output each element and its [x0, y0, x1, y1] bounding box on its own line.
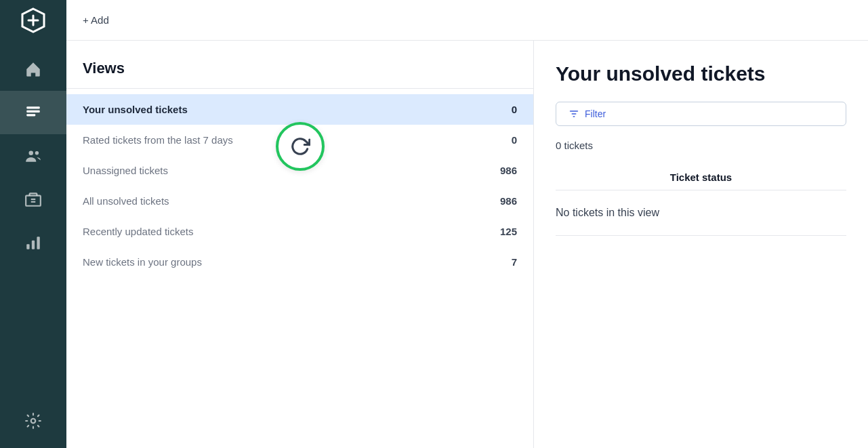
view-item-count: 986 — [500, 165, 517, 176]
view-item-label: All unsolved tickets — [83, 195, 500, 207]
view-item[interactable]: All unsolved tickets986 — [66, 186, 533, 216]
svg-rect-3 — [26, 106, 40, 108]
reports-icon — [24, 234, 42, 251]
view-item-count: 125 — [500, 226, 517, 237]
tickets-panel-title: Your unsolved tickets — [556, 62, 846, 85]
view-item-count: 0 — [512, 134, 517, 146]
svg-rect-13 — [37, 237, 39, 249]
sidebar-item-tickets[interactable] — [0, 91, 66, 134]
filter-button-label: Filter — [585, 108, 606, 119]
view-item-count: 986 — [500, 195, 517, 207]
sidebar — [0, 0, 66, 448]
add-button-label: + Add — [83, 14, 109, 26]
views-title: Views — [83, 60, 125, 77]
filter-button[interactable]: Filter — [556, 102, 846, 126]
svg-rect-5 — [26, 114, 35, 116]
svg-point-14 — [31, 419, 36, 424]
home-icon — [24, 60, 42, 78]
view-item[interactable]: Recently updated tickets125 — [66, 216, 533, 247]
tickets-panel: Your unsolved tickets Filter 0 tickets T… — [534, 41, 868, 448]
views-divider — [66, 88, 533, 89]
settings-icon — [24, 412, 42, 430]
view-item-label: New tickets in your groups — [83, 256, 512, 268]
main-content: + Add Views Your unsolved tickets0Rated … — [66, 0, 868, 448]
app-logo[interactable] — [0, 0, 66, 41]
content-area: Views Your unsolved tickets0Rated ticket… — [66, 41, 868, 448]
view-item-count: 0 — [512, 104, 517, 115]
filter-icon — [569, 108, 579, 119]
sidebar-item-settings[interactable] — [0, 405, 66, 448]
view-item-label: Your unsolved tickets — [83, 104, 512, 115]
add-button[interactable]: + Add — [83, 14, 109, 26]
svg-point-6 — [29, 150, 34, 155]
tickets-icon — [24, 104, 42, 121]
ticket-status-header: Ticket status — [556, 165, 846, 190]
customers-icon — [24, 147, 42, 165]
views-panel: Views Your unsolved tickets0Rated ticket… — [66, 41, 534, 448]
organizations-icon — [24, 190, 42, 208]
no-tickets-message: No tickets in this view — [556, 190, 846, 236]
refresh-icon — [290, 136, 310, 157]
view-item-label: Recently updated tickets — [83, 226, 500, 237]
view-item[interactable]: Your unsolved tickets0 — [66, 94, 533, 125]
svg-rect-11 — [26, 244, 29, 249]
logo-icon — [20, 7, 46, 33]
sidebar-nav — [0, 41, 66, 405]
view-item-count: 7 — [512, 256, 517, 268]
topbar: + Add — [66, 0, 868, 41]
sidebar-item-reports[interactable] — [0, 221, 66, 264]
svg-point-7 — [35, 151, 39, 155]
ticket-status-column-label: Ticket status — [556, 171, 846, 183]
sidebar-item-customers[interactable] — [0, 134, 66, 178]
ticket-count: 0 tickets — [556, 140, 846, 151]
svg-rect-4 — [26, 110, 40, 113]
svg-rect-12 — [32, 241, 35, 249]
svg-rect-8 — [26, 196, 41, 206]
sidebar-item-organizations[interactable] — [0, 178, 66, 221]
view-item[interactable]: New tickets in your groups7 — [66, 247, 533, 277]
views-header: Views — [66, 41, 533, 88]
refresh-button[interactable] — [276, 122, 325, 171]
sidebar-item-home[interactable] — [0, 47, 66, 91]
